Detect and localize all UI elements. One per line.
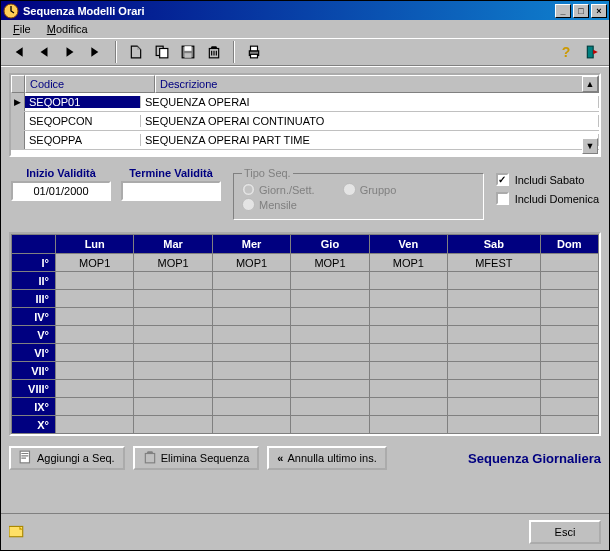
grid-cell[interactable] xyxy=(56,362,134,380)
grid-cell[interactable]: MOP1 xyxy=(212,254,290,272)
close-button[interactable]: × xyxy=(591,4,607,18)
copy-icon[interactable] xyxy=(151,41,173,63)
aggiungi-button[interactable]: Aggiungi a Seq. xyxy=(9,446,125,470)
door-exit-icon[interactable] xyxy=(581,41,603,63)
maximize-button[interactable]: □ xyxy=(573,4,589,18)
grid-cell[interactable] xyxy=(134,326,212,344)
table-row[interactable]: SEQOPCONSEQUENZA OPERAI CONTINUATO xyxy=(11,112,599,131)
col-codice[interactable]: Codice xyxy=(25,75,155,93)
grid-cell[interactable] xyxy=(56,380,134,398)
grid-cell[interactable] xyxy=(212,398,290,416)
grid-cell[interactable] xyxy=(134,272,212,290)
new-icon[interactable] xyxy=(125,41,147,63)
nav-next-icon[interactable] xyxy=(59,41,81,63)
minimize-button[interactable]: _ xyxy=(555,4,571,18)
grid-cell[interactable] xyxy=(369,272,447,290)
grid-cell[interactable] xyxy=(369,344,447,362)
inizio-validita-input[interactable] xyxy=(11,181,111,201)
grid-cell[interactable] xyxy=(134,308,212,326)
nav-last-icon[interactable] xyxy=(85,41,107,63)
table-row[interactable]: SEQOP01SEQUENZA OPERAI xyxy=(11,93,599,112)
col-descrizione[interactable]: Descrizione xyxy=(155,75,599,93)
grid-cell[interactable] xyxy=(212,290,290,308)
grid-cell[interactable] xyxy=(291,416,369,434)
grid-cell[interactable] xyxy=(134,398,212,416)
scroll-down-icon[interactable]: ▼ xyxy=(582,138,598,154)
grid-cell[interactable] xyxy=(540,272,598,290)
grid-cell[interactable]: MOP1 xyxy=(56,254,134,272)
save-icon[interactable] xyxy=(177,41,199,63)
grid-cell[interactable] xyxy=(448,272,540,290)
annulla-button[interactable]: « Annulla ultimo ins. xyxy=(267,446,386,470)
grid-cell[interactable] xyxy=(212,416,290,434)
print-icon[interactable] xyxy=(243,41,265,63)
nav-prev-icon[interactable] xyxy=(33,41,55,63)
elimina-button[interactable]: Elimina Sequenza xyxy=(133,446,260,470)
grid-cell[interactable] xyxy=(56,308,134,326)
check-includi-domenica[interactable]: Includi Domenica xyxy=(496,192,599,205)
grid-cell[interactable] xyxy=(212,308,290,326)
grid-cell[interactable] xyxy=(134,290,212,308)
grid-cell[interactable] xyxy=(291,344,369,362)
grid-cell[interactable] xyxy=(212,344,290,362)
grid-cell[interactable] xyxy=(540,254,598,272)
grid-cell[interactable] xyxy=(56,398,134,416)
grid-cell[interactable] xyxy=(212,326,290,344)
delete-icon[interactable] xyxy=(203,41,225,63)
grid-cell[interactable] xyxy=(56,326,134,344)
grid-cell[interactable] xyxy=(212,272,290,290)
grid-cell[interactable] xyxy=(540,416,598,434)
nav-first-icon[interactable] xyxy=(7,41,29,63)
grid-cell[interactable] xyxy=(540,290,598,308)
grid-cell[interactable] xyxy=(369,290,447,308)
menu-modifica[interactable]: Modifica xyxy=(39,22,96,36)
grid-cell[interactable] xyxy=(369,416,447,434)
grid-cell[interactable] xyxy=(448,398,540,416)
grid-cell[interactable] xyxy=(369,398,447,416)
grid-cell[interactable] xyxy=(448,290,540,308)
grid-cell[interactable]: MOP1 xyxy=(291,254,369,272)
grid-cell[interactable] xyxy=(291,380,369,398)
grid-cell[interactable]: MOP1 xyxy=(134,254,212,272)
grid-cell[interactable] xyxy=(540,344,598,362)
grid-cell[interactable] xyxy=(448,326,540,344)
termine-validita-input[interactable] xyxy=(121,181,221,201)
grid-cell[interactable] xyxy=(540,308,598,326)
grid-cell[interactable] xyxy=(291,272,369,290)
grid-cell[interactable] xyxy=(291,362,369,380)
grid-cell[interactable] xyxy=(212,380,290,398)
grid-cell[interactable] xyxy=(448,416,540,434)
grid-cell[interactable] xyxy=(56,416,134,434)
grid-cell[interactable]: MOP1 xyxy=(369,254,447,272)
grid-cell[interactable] xyxy=(448,308,540,326)
menu-file[interactable]: File xyxy=(5,22,39,36)
grid-cell[interactable] xyxy=(369,380,447,398)
esci-button[interactable]: Esci xyxy=(529,520,601,544)
check-includi-sabato[interactable]: ✓ Includi Sabato xyxy=(496,173,599,186)
grid-cell[interactable] xyxy=(448,380,540,398)
grid-cell[interactable] xyxy=(134,362,212,380)
grid-cell[interactable] xyxy=(56,344,134,362)
grid-cell[interactable] xyxy=(540,380,598,398)
grid-cell[interactable] xyxy=(56,290,134,308)
grid-cell[interactable] xyxy=(540,398,598,416)
grid-cell[interactable] xyxy=(540,362,598,380)
grid-cell[interactable] xyxy=(212,362,290,380)
grid-cell[interactable] xyxy=(369,326,447,344)
grid-cell[interactable] xyxy=(291,290,369,308)
grid-cell[interactable] xyxy=(291,326,369,344)
help-icon[interactable]: ? xyxy=(555,41,577,63)
radio-mensile[interactable]: Mensile xyxy=(242,198,297,211)
grid-cell[interactable] xyxy=(134,380,212,398)
table-row[interactable]: SEQOPPASEQUENZA OPERAI PART TIME xyxy=(11,131,599,150)
scroll-up-icon[interactable]: ▲ xyxy=(582,76,598,92)
grid-cell[interactable] xyxy=(291,398,369,416)
radio-giorn-sett[interactable]: Giorn./Sett. xyxy=(242,183,315,196)
grid-cell[interactable] xyxy=(369,308,447,326)
grid-cell[interactable]: MFEST xyxy=(448,254,540,272)
grid-cell[interactable] xyxy=(134,344,212,362)
grid-cell[interactable] xyxy=(134,416,212,434)
grid-cell[interactable] xyxy=(56,272,134,290)
grid-cell[interactable] xyxy=(540,326,598,344)
radio-gruppo[interactable]: Gruppo xyxy=(343,183,397,196)
